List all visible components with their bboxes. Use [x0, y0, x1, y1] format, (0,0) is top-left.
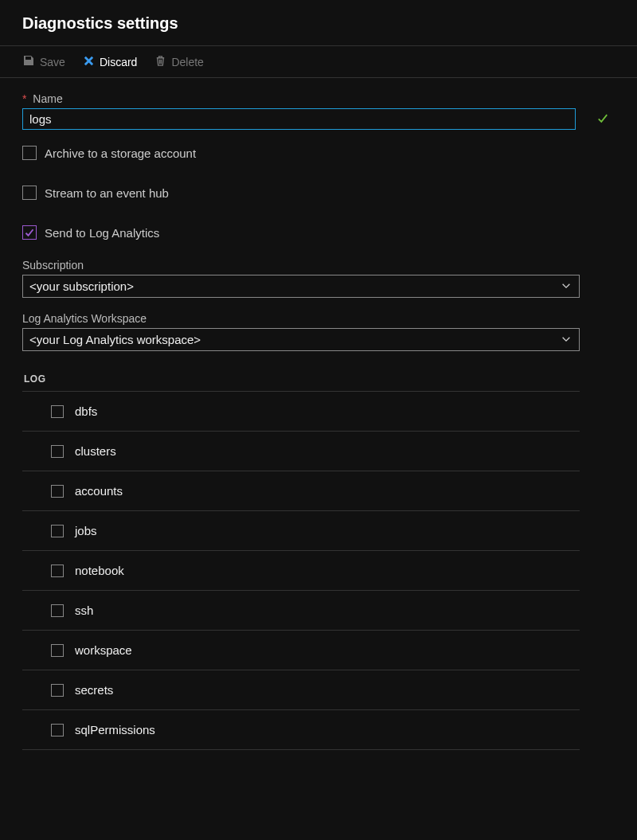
log-row[interactable]: jobs — [22, 511, 580, 551]
log-row-label: dbfs — [75, 404, 97, 418]
log-row-label: accounts — [75, 484, 123, 498]
save-icon — [22, 54, 35, 69]
archive-checkbox[interactable] — [22, 146, 37, 160]
log-row[interactable]: ssh — [22, 591, 580, 631]
log-row[interactable]: workspace — [22, 631, 580, 670]
loganalytics-option[interactable]: Send to Log Analytics — [22, 225, 615, 240]
log-row[interactable]: sqlPermissions — [22, 710, 580, 750]
toolbar: Save Discard Delete — [0, 46, 637, 78]
loganalytics-subform: Subscription <your subscription> Log Ana… — [22, 259, 615, 351]
stream-label: Stream to an event hub — [45, 186, 169, 200]
log-checkbox[interactable] — [51, 405, 64, 418]
log-row-label: clusters — [75, 444, 116, 458]
workspace-select[interactable]: <your Log Analytics workspace> — [22, 328, 580, 351]
log-checkbox[interactable] — [51, 644, 64, 657]
log-checkbox[interactable] — [51, 604, 64, 617]
log-row-label: secrets — [75, 683, 113, 697]
discard-button[interactable]: Discard — [83, 55, 137, 69]
subscription-label: Subscription — [22, 259, 615, 272]
trash-icon — [154, 55, 166, 69]
workspace-label: Log Analytics Workspace — [22, 312, 615, 325]
archive-label: Archive to a storage account — [45, 147, 196, 160]
save-label: Save — [40, 56, 65, 68]
subscription-select[interactable]: <your subscription> — [22, 275, 580, 298]
log-row-label: sqlPermissions — [75, 723, 155, 736]
close-icon — [83, 55, 95, 69]
log-list: dbfs clusters accounts jobs notebook ssh… — [22, 391, 580, 750]
name-input[interactable] — [22, 108, 576, 130]
delete-label: Delete — [171, 56, 203, 68]
stream-checkbox[interactable] — [22, 186, 37, 200]
log-checkbox[interactable] — [51, 684, 64, 697]
log-row-label: jobs — [75, 524, 97, 537]
required-star-icon: * — [22, 92, 26, 105]
loganalytics-checkbox[interactable] — [22, 225, 37, 240]
log-checkbox[interactable] — [51, 525, 64, 537]
delete-button[interactable]: Delete — [154, 55, 203, 69]
log-row[interactable]: notebook — [22, 551, 580, 591]
workspace-select-wrap: <your Log Analytics workspace> — [22, 328, 580, 351]
log-row[interactable]: accounts — [22, 471, 580, 511]
page-title: Diagnostics settings — [22, 14, 615, 33]
discard-label: Discard — [100, 56, 137, 68]
log-row-label: ssh — [75, 604, 93, 617]
log-checkbox[interactable] — [51, 445, 64, 458]
page-header: Diagnostics settings — [0, 0, 637, 46]
subscription-select-wrap: <your subscription> — [22, 275, 580, 298]
check-icon — [597, 112, 608, 126]
log-row-label: workspace — [75, 643, 132, 657]
stream-option[interactable]: Stream to an event hub — [22, 186, 615, 200]
log-checkbox[interactable] — [51, 724, 64, 736]
save-button[interactable]: Save — [22, 54, 65, 69]
loganalytics-label: Send to Log Analytics — [45, 226, 159, 240]
content-area: * Name Archive to a storage account Stre… — [0, 78, 637, 764]
log-row[interactable]: dbfs — [22, 391, 580, 432]
log-row-label: notebook — [75, 564, 124, 577]
log-row[interactable]: clusters — [22, 432, 580, 471]
log-row[interactable]: secrets — [22, 670, 580, 710]
log-section-heading: LOG — [24, 373, 615, 385]
name-input-wrap — [22, 108, 615, 130]
log-checkbox[interactable] — [51, 565, 64, 577]
name-label: Name — [33, 92, 62, 105]
log-checkbox[interactable] — [51, 485, 64, 498]
archive-option[interactable]: Archive to a storage account — [22, 146, 615, 160]
name-label-row: * Name — [22, 92, 615, 105]
